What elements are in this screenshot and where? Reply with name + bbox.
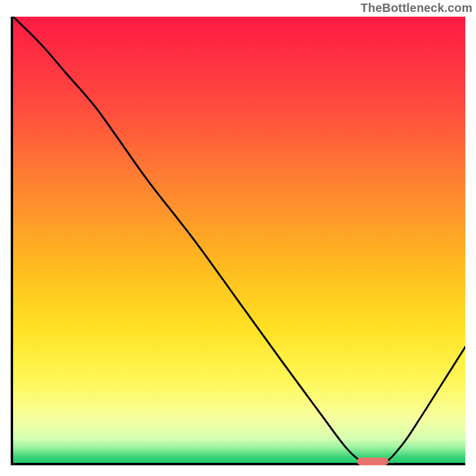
minimum-marker [357, 458, 389, 465]
watermark-text: TheBottleneck.com [361, 1, 472, 15]
plot-area [11, 17, 465, 465]
chart-container: TheBottleneck.com [0, 0, 476, 476]
bottleneck-curve [13, 17, 465, 463]
